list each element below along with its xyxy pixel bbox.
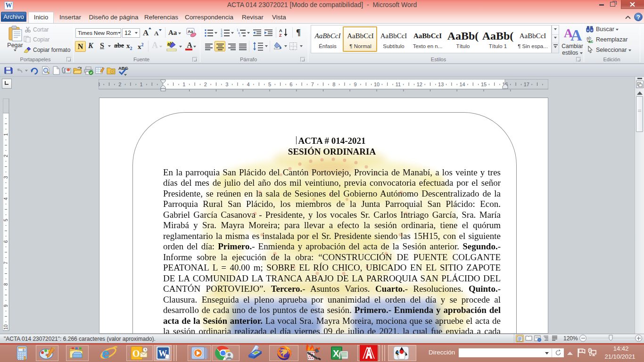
svg-text:3: 3 <box>3 176 8 179</box>
svg-text:5: 5 <box>3 219 8 222</box>
svg-text:14: 14 <box>459 82 465 87</box>
svg-text:6: 6 <box>3 240 8 243</box>
svg-text:5: 5 <box>268 82 271 87</box>
svg-text:17: 17 <box>524 82 529 87</box>
svg-text:3: 3 <box>225 82 228 87</box>
svg-text:O: O <box>132 348 140 359</box>
svg-text:1: 1 <box>3 133 8 136</box>
svg-text:1: 1 <box>140 82 143 87</box>
svg-text:1: 1 <box>182 82 185 87</box>
svg-text:4: 4 <box>247 82 250 87</box>
svg-text:i: i <box>239 34 240 37</box>
svg-text:0: 0 <box>23 348 25 352</box>
svg-text:15: 15 <box>481 82 487 87</box>
svg-text:11: 11 <box>396 82 401 87</box>
svg-text:13: 13 <box>438 82 444 87</box>
svg-text:6: 6 <box>289 82 292 87</box>
svg-text:2: 2 <box>3 155 8 157</box>
svg-text:3: 3 <box>99 82 100 87</box>
svg-text:9: 9 <box>3 304 8 307</box>
svg-text:3: 3 <box>221 34 223 37</box>
svg-text:10: 10 <box>3 324 8 330</box>
svg-text:4: 4 <box>3 197 8 200</box>
svg-text:X: X <box>333 348 339 359</box>
svg-text:8: 8 <box>332 82 335 87</box>
svg-text:Z: Z <box>279 33 282 38</box>
svg-text:9: 9 <box>354 82 357 87</box>
svg-text:A: A <box>279 28 282 33</box>
svg-text:7: 7 <box>311 82 314 87</box>
svg-text:2: 2 <box>118 82 121 87</box>
svg-text:7: 7 <box>3 262 8 264</box>
svg-text:10: 10 <box>374 82 380 87</box>
svg-text:8: 8 <box>3 283 8 286</box>
svg-text:12: 12 <box>417 82 422 87</box>
svg-text:A: A <box>570 26 582 42</box>
svg-text:e: e <box>102 346 109 361</box>
svg-text:2: 2 <box>204 82 207 87</box>
